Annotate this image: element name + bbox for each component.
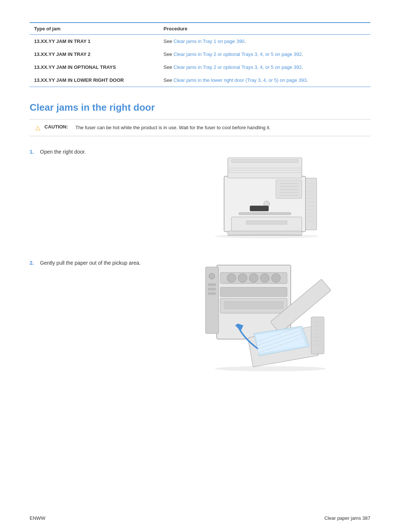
svg-rect-40: [224, 301, 283, 309]
svg-rect-44: [208, 288, 216, 290]
svg-rect-27: [250, 206, 269, 211]
jam-procedure-2: See Clear jams in Tray 2 or optional Tra…: [159, 48, 370, 61]
svg-point-63: [215, 366, 326, 371]
step-2-left: 2. Gently pull the paper out of the pick…: [30, 258, 148, 267]
printer-illustration-1: [202, 147, 328, 243]
section-title: Clear jams in the right door: [30, 102, 370, 113]
step-1-block: 1. Open the right door.: [30, 147, 370, 243]
svg-point-34: [238, 274, 247, 282]
svg-rect-6: [276, 180, 302, 198]
jam-type-2: 13.XX.YY JAM IN TRAY 2: [30, 48, 159, 61]
svg-point-35: [249, 274, 258, 282]
table-row: 13.XX.YY JAM IN TRAY 1 See Clear jams in…: [30, 35, 370, 48]
jam-link-1[interactable]: Clear jams in Tray 1 on page 390: [173, 39, 244, 44]
svg-point-42: [209, 273, 215, 279]
svg-rect-28: [239, 213, 291, 215]
col-type-header: Type of jam: [30, 23, 159, 35]
svg-point-36: [260, 274, 269, 282]
svg-rect-45: [208, 292, 216, 295]
caution-label: CAUTION:: [44, 124, 68, 130]
svg-point-37: [271, 274, 280, 282]
step-2-text: Gently pull the paper out of the pickup …: [40, 259, 148, 267]
svg-rect-43: [208, 284, 216, 286]
page-footer: ENWW Clear paper jams 387: [30, 515, 370, 521]
footer-enww: ENWW: [30, 515, 46, 521]
svg-rect-25: [246, 221, 287, 224]
table-row: 13.XX.YY JAM IN TRAY 2 See Clear jams in…: [30, 48, 370, 61]
table-row: 13.XX.YY JAM IN LOWER RIGHT DOOR See Cle…: [30, 74, 370, 87]
jam-table: Type of jam Procedure 13.XX.YY JAM IN TR…: [30, 22, 370, 87]
step-1-image: [159, 147, 370, 243]
step-2-number: 2.: [30, 260, 40, 266]
step-2-image: [159, 258, 370, 372]
jam-link-2[interactable]: Clear jams in Tray 2 or optional Trays 3…: [173, 51, 301, 57]
svg-rect-12: [306, 178, 317, 230]
step-2-block: 2. Gently pull the paper out of the pick…: [30, 258, 370, 372]
svg-rect-38: [220, 287, 287, 297]
jam-procedure-3: See Clear jams in Tray 2 or optional Tra…: [159, 61, 370, 74]
col-procedure-header: Procedure: [159, 23, 370, 35]
caution-triangle-icon: △: [36, 124, 40, 131]
step-1-left: 1. Open the right door.: [30, 147, 148, 156]
jam-link-3[interactable]: Clear jams in Tray 2 or optional Trays 3…: [173, 64, 301, 70]
printer-illustration-2: [198, 258, 331, 372]
step-1-number: 1.: [30, 149, 40, 155]
svg-point-30: [215, 234, 319, 238]
jam-type-1: 13.XX.YY JAM IN TRAY 1: [30, 35, 159, 48]
jam-link-4[interactable]: Clear jams in the lower right door (Tray…: [173, 77, 306, 83]
jam-procedure-4: See Clear jams in the lower right door (…: [159, 74, 370, 87]
jam-type-3: 13.XX.YY JAM IN OPTIONAL TRAYS: [30, 61, 159, 74]
caution-text: The fuser can be hot while the product i…: [75, 124, 270, 131]
jam-procedure-1: See Clear jams in Tray 1 on page 390.: [159, 35, 370, 48]
jam-type-4: 13.XX.YY JAM IN LOWER RIGHT DOOR: [30, 74, 159, 87]
caution-box: △ CAUTION: The fuser can be hot while th…: [30, 119, 370, 136]
table-row: 13.XX.YY JAM IN OPTIONAL TRAYS See Clear…: [30, 61, 370, 74]
step-1-text: Open the right door.: [40, 148, 148, 156]
svg-rect-2: [231, 160, 298, 163]
svg-point-33: [227, 274, 236, 282]
footer-page-info: Clear paper jams 387: [324, 515, 370, 521]
